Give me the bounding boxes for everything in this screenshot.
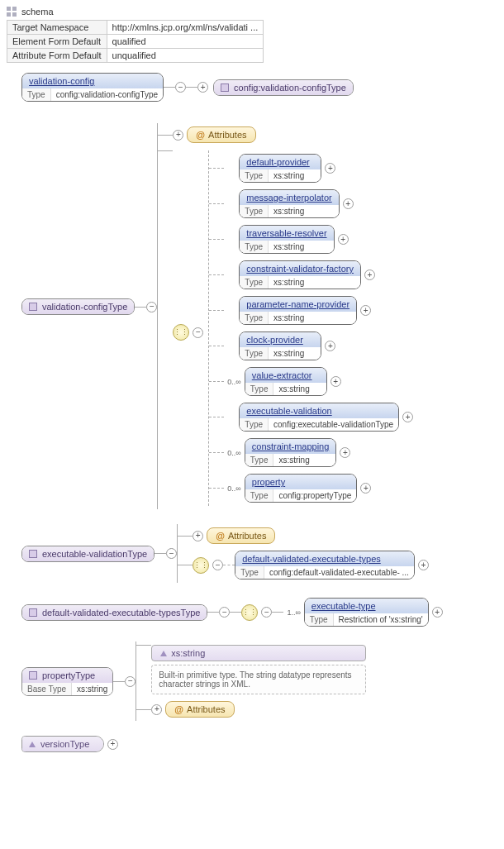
- collapse-icon[interactable]: −: [193, 327, 203, 338]
- efd-label: Element Form Default: [7, 35, 107, 49]
- element-label[interactable]: constraint-validator-factory: [246, 264, 354, 274]
- collapse-icon[interactable]: −: [219, 607, 230, 618]
- type-value: xs:string: [269, 169, 309, 182]
- type-value: xs:string: [269, 312, 309, 324]
- ct-label: propertyType: [42, 670, 95, 680]
- element-traversable-resolver[interactable]: traversable-resolver Typexs:string: [239, 225, 334, 254]
- element-constraint-validator-factory[interactable]: constraint-validator-factory Typexs:stri…: [239, 260, 361, 289]
- xs-string-label: xs:string: [171, 648, 205, 658]
- attributes-box[interactable]: @Attributes: [207, 527, 275, 544]
- expand-icon[interactable]: +: [418, 560, 429, 570]
- collapse-icon[interactable]: −: [261, 607, 272, 618]
- collapse-icon[interactable]: −: [166, 548, 177, 559]
- vt-section: versionType +: [21, 736, 497, 752]
- occurrence: 0..∞: [224, 449, 244, 457]
- base-type-value: xs:string: [72, 683, 112, 695]
- attributes-label: Attributes: [208, 130, 246, 140]
- element-label[interactable]: parameter-name-provider: [246, 299, 349, 309]
- complex-type-propertyType[interactable]: propertyType Base Typexs:string: [21, 667, 113, 696]
- element-message-interpolator[interactable]: message-interpolator Typexs:string: [239, 189, 339, 218]
- type-value: config:propertyType: [273, 489, 356, 502]
- attributes-label: Attributes: [187, 704, 225, 714]
- type-value: config:executable-validationType: [269, 418, 398, 431]
- occurrence: 0..∞: [224, 484, 244, 493]
- sequence-icon: ⋮⋮: [193, 557, 209, 574]
- expand-icon[interactable]: +: [193, 531, 203, 541]
- schema-icon: [7, 7, 17, 17]
- dvet-section: default-validated-executable-typesType −…: [21, 598, 497, 627]
- complex-type-icon: [29, 303, 37, 311]
- attributes-box[interactable]: @Attributes: [187, 126, 255, 143]
- expand-icon[interactable]: +: [432, 607, 443, 618]
- expand-icon[interactable]: +: [360, 305, 371, 316]
- element-label[interactable]: clock-provider: [246, 335, 302, 345]
- type-value: config:validation-configType: [51, 88, 163, 101]
- element-default-validated-executable-types[interactable]: default-validated-executable-types Typec…: [235, 551, 415, 580]
- element-label[interactable]: default-validated-executable-types: [242, 554, 381, 564]
- expand-icon[interactable]: +: [338, 234, 349, 245]
- element-parameter-name-provider[interactable]: parameter-name-provider Typexs:string: [239, 296, 357, 325]
- element-label[interactable]: traversable-resolver: [246, 228, 326, 238]
- element-label[interactable]: message-interpolator: [246, 193, 331, 203]
- element-label[interactable]: validation-config: [29, 76, 95, 86]
- element-validation-config[interactable]: validation-config Type config:validation…: [21, 73, 164, 102]
- expand-icon[interactable]: +: [343, 198, 354, 209]
- afd-label: Attribute Form Default: [7, 49, 107, 63]
- base-type-label: Base Type: [22, 683, 72, 695]
- expand-icon[interactable]: +: [360, 483, 371, 494]
- type-value: xs:string: [269, 241, 309, 253]
- occurrence: 0..∞: [224, 378, 244, 386]
- collapse-icon[interactable]: −: [212, 560, 223, 570]
- type-value: xs:string: [269, 347, 309, 360]
- sequence-icon: ⋮⋮: [173, 324, 189, 341]
- complex-type-icon: [29, 671, 37, 680]
- pt-section: propertyType Base Typexs:string − xs:str…: [21, 642, 497, 721]
- element-executable-validation[interactable]: executable-validation Typeconfig:executa…: [239, 403, 399, 432]
- ns-label: Target Namespace: [7, 21, 107, 35]
- complex-type-dvet[interactable]: default-validated-executable-typesType: [21, 604, 207, 621]
- element-default-provider[interactable]: default-provider Typexs:string: [239, 154, 321, 183]
- expand-icon[interactable]: +: [340, 447, 350, 458]
- type-value: Restriction of 'xs:string': [334, 613, 428, 626]
- expand-icon[interactable]: +: [364, 269, 375, 280]
- element-label[interactable]: default-provider: [246, 157, 309, 167]
- ct-label: executable-validationType: [42, 549, 147, 559]
- element-clock-provider[interactable]: clock-provider Typexs:string: [239, 331, 321, 360]
- type-value: config:default-validated-executable- ...: [264, 566, 414, 579]
- simple-type-versionType[interactable]: versionType: [21, 736, 104, 752]
- element-label[interactable]: constraint-mapping: [252, 441, 330, 451]
- ct-label: validation-configType: [42, 302, 127, 312]
- complex-type-executable-validationType[interactable]: executable-validationType: [21, 546, 155, 562]
- element-value-extractor[interactable]: value-extractor Typexs:string: [245, 367, 327, 396]
- expand-icon[interactable]: +: [325, 341, 335, 351]
- attributes-label: Attributes: [228, 531, 266, 541]
- xs-string-type[interactable]: xs:string: [151, 645, 366, 661]
- element-label[interactable]: executable-validation: [246, 406, 331, 416]
- schema-label: schema: [21, 7, 54, 17]
- element-constraint-mapping[interactable]: constraint-mapping Typexs:string: [245, 438, 337, 467]
- element-label[interactable]: property: [252, 477, 285, 487]
- complex-type-icon: [29, 550, 37, 558]
- type-value: xs:string: [269, 276, 309, 289]
- collapse-icon[interactable]: −: [146, 302, 157, 312]
- evt-section: executable-validationType − + @Attribute…: [21, 524, 497, 583]
- simple-type-icon: [160, 651, 167, 656]
- element-label[interactable]: value-extractor: [252, 370, 312, 380]
- expand-icon[interactable]: +: [402, 412, 413, 422]
- expand-icon[interactable]: +: [325, 163, 335, 174]
- attributes-box[interactable]: @Attributes: [165, 701, 234, 718]
- doc-tooltip: Built-in primitive type. The string data…: [151, 665, 366, 694]
- expand-icon[interactable]: +: [173, 130, 183, 141]
- type-label: Type: [22, 88, 51, 101]
- element-executable-type[interactable]: executable-type TypeRestriction of 'xs:s…: [304, 598, 429, 627]
- element-label[interactable]: executable-type: [311, 601, 376, 611]
- complex-type-icon: [29, 608, 37, 617]
- collapse-icon[interactable]: −: [125, 676, 136, 687]
- complex-type-validation-configType[interactable]: validation-configType: [21, 298, 135, 315]
- st-label: versionType: [40, 739, 89, 749]
- element-property[interactable]: property Typeconfig:propertyType: [245, 474, 358, 503]
- expand-icon[interactable]: +: [107, 739, 118, 750]
- expand-icon[interactable]: +: [330, 376, 341, 387]
- ct-label: default-validated-executable-typesType: [42, 608, 200, 618]
- expand-icon[interactable]: +: [151, 704, 162, 715]
